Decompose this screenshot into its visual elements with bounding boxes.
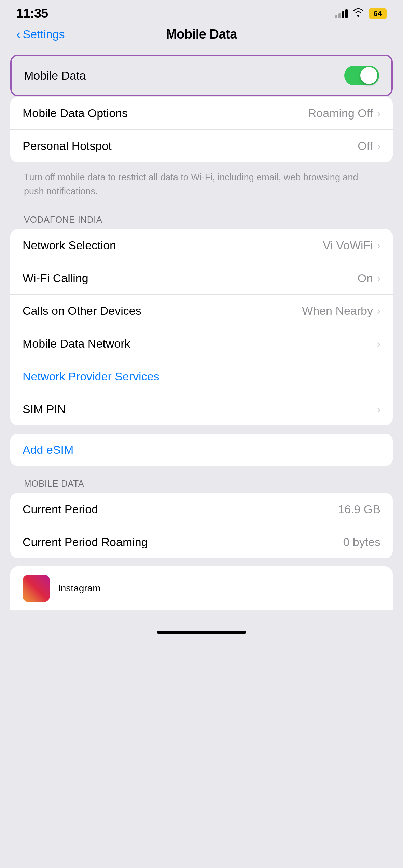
battery-level: 64 <box>374 9 382 18</box>
mobile-data-row[interactable]: Mobile Data <box>12 56 391 95</box>
mobile-data-options-label: Mobile Data Options <box>23 107 128 120</box>
page-title: Mobile Data <box>166 27 237 42</box>
add-esim-card: Add eSIM <box>10 434 393 466</box>
chevron-right-icon: › <box>377 272 380 284</box>
chevron-right-icon: › <box>377 140 380 152</box>
add-esim-label: Add eSIM <box>23 443 73 457</box>
network-selection-label: Network Selection <box>23 239 116 252</box>
chevron-right-icon: › <box>377 404 380 415</box>
data-options-card: Mobile Data Options Roaming Off › Person… <box>10 97 393 162</box>
back-button[interactable]: ‹ Settings <box>16 28 65 41</box>
main-content: Mobile Data Mobile Data Options Roaming … <box>0 48 403 617</box>
mobile-data-toggle[interactable] <box>344 66 379 85</box>
instagram-app-icon[interactable] <box>23 575 50 602</box>
network-provider-services-label: Network Provider Services <box>23 370 159 383</box>
wifi-calling-value: On › <box>358 271 380 285</box>
wifi-icon <box>352 8 364 19</box>
mobile-data-options-value: Roaming Off › <box>308 107 380 120</box>
personal-hotspot-row[interactable]: Personal Hotspot Off › <box>10 130 393 162</box>
network-provider-services-row[interactable]: Network Provider Services <box>10 360 393 393</box>
toggle-knob <box>360 67 377 84</box>
calls-other-devices-value: When Nearby › <box>302 304 380 318</box>
current-period-value: 16.9 GB <box>338 503 380 516</box>
battery-indicator: 64 <box>369 8 387 19</box>
mobile-data-options-row[interactable]: Mobile Data Options Roaming Off › <box>10 97 393 130</box>
calls-other-devices-label: Calls on Other Devices <box>23 304 141 318</box>
mobile-data-usage-header: MOBILE DATA <box>10 469 393 493</box>
back-label: Settings <box>23 28 65 41</box>
mobile-data-toggle-card: Mobile Data <box>10 55 393 96</box>
personal-hotspot-value: Off › <box>358 139 380 153</box>
network-selection-row[interactable]: Network Selection Vi VoWiFi › <box>10 229 393 262</box>
sim-pin-label: SIM PIN <box>23 403 66 416</box>
current-period-row: Current Period 16.9 GB <box>10 493 393 526</box>
personal-hotspot-label: Personal Hotspot <box>23 139 112 153</box>
add-esim-row[interactable]: Add eSIM <box>10 434 393 466</box>
current-period-roaming-label: Current Period Roaming <box>23 535 148 549</box>
mobile-data-network-row[interactable]: Mobile Data Network › <box>10 327 393 360</box>
bottom-app-partial: Instagram <box>10 566 393 610</box>
status-bar: 11:35 64 <box>0 0 403 24</box>
calls-other-devices-row[interactable]: Calls on Other Devices When Nearby › <box>10 295 393 327</box>
signal-bars-icon <box>335 9 348 18</box>
vodafone-section-header: VODAFONE INDIA <box>10 205 393 229</box>
mobile-data-network-label: Mobile Data Network <box>23 337 130 350</box>
status-icons: 64 <box>335 8 387 19</box>
back-chevron-icon: ‹ <box>16 28 21 41</box>
home-indicator-area <box>0 624 403 641</box>
current-period-label: Current Period <box>23 503 98 516</box>
wifi-calling-row[interactable]: Wi-Fi Calling On › <box>10 262 393 295</box>
wifi-calling-label: Wi-Fi Calling <box>23 271 88 285</box>
home-indicator <box>157 631 246 634</box>
chevron-right-icon: › <box>377 305 380 317</box>
network-selection-value: Vi VoWiFi › <box>323 239 380 252</box>
mobile-data-label: Mobile Data <box>24 69 86 82</box>
mobile-data-usage-card: Current Period 16.9 GB Current Period Ro… <box>10 493 393 558</box>
sim-pin-row[interactable]: SIM PIN › <box>10 393 393 425</box>
current-period-roaming-row: Current Period Roaming 0 bytes <box>10 526 393 558</box>
instagram-label: Instagram <box>58 583 101 594</box>
vodafone-card: Network Selection Vi VoWiFi › Wi-Fi Call… <box>10 229 393 425</box>
nav-bar: ‹ Settings Mobile Data <box>0 24 403 48</box>
status-time: 11:35 <box>16 6 48 21</box>
chevron-right-icon: › <box>377 108 380 119</box>
current-period-roaming-value: 0 bytes <box>343 535 380 549</box>
mobile-data-note: Turn off mobile data to restrict all dat… <box>10 165 393 205</box>
chevron-right-icon: › <box>377 338 380 350</box>
chevron-right-icon: › <box>377 240 380 251</box>
